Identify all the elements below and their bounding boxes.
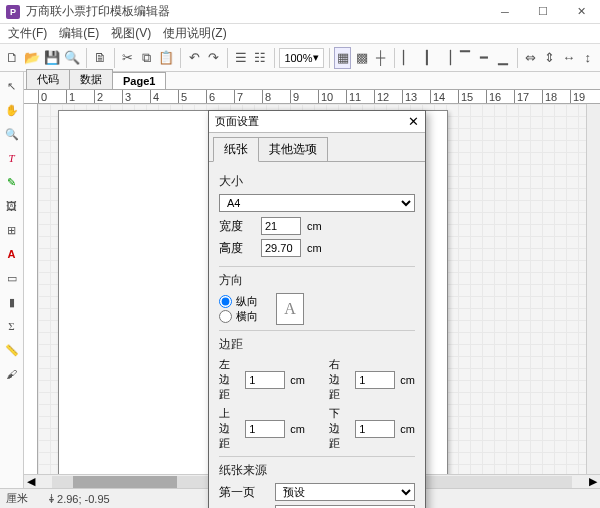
page-setup-button[interactable]: 🗎 [92, 47, 109, 69]
undo-button[interactable]: ↶ [186, 47, 203, 69]
first-page-select[interactable]: 预设 [275, 483, 415, 501]
menu-view[interactable]: 视图(V) [111, 25, 151, 42]
redo-button[interactable]: ↷ [205, 47, 222, 69]
subreport-tool[interactable]: ⊞ [2, 220, 22, 240]
margin-left-input[interactable] [245, 371, 285, 389]
tab-data[interactable]: 数据 [69, 69, 113, 89]
align-right-button[interactable]: ▕ [438, 47, 455, 69]
grid-button[interactable]: ▦ [334, 47, 351, 69]
zoom-combo[interactable]: 100%▾ [279, 48, 323, 68]
minimize-button[interactable]: ─ [486, 0, 524, 24]
char-tool[interactable]: A [2, 244, 22, 264]
ruler-tool[interactable]: 📏 [2, 340, 22, 360]
memo-tool[interactable]: ✎ [2, 172, 22, 192]
margin-bottom-input[interactable] [355, 420, 395, 438]
first-page-label: 第一页 [219, 484, 267, 501]
save-button[interactable]: 💾 [43, 47, 61, 69]
dialog-close-button[interactable]: ✕ [408, 114, 419, 129]
distribute-h-button[interactable]: ⇔ [522, 47, 539, 69]
close-button[interactable]: ✕ [562, 0, 600, 24]
dialog-tab-paper[interactable]: 纸张 [213, 137, 259, 162]
height-input[interactable] [261, 239, 301, 257]
guides-button[interactable]: ┼ [372, 47, 389, 69]
preview-button[interactable]: 🔍 [63, 47, 81, 69]
margin-right-input[interactable] [355, 371, 395, 389]
align-bottom-button[interactable]: ▁ [495, 47, 512, 69]
ruler-vertical [24, 104, 38, 474]
copy-button[interactable]: ⧉ [138, 47, 155, 69]
scrollbar-vertical[interactable] [586, 104, 600, 474]
size-group-title: 大小 [219, 173, 415, 190]
width-label: 宽度 [219, 218, 255, 235]
portrait-radio[interactable]: 纵向 [219, 294, 258, 309]
margin-top-input[interactable] [245, 420, 285, 438]
menu-help[interactable]: 使用说明(Z) [163, 25, 226, 42]
margin-group-title: 边距 [219, 336, 415, 353]
ungroup-button[interactable]: ☷ [252, 47, 269, 69]
page-setup-dialog: 页面设置 ✕ 纸张 其他选项 大小 A4 宽度 cm 高度 cm 方向 [208, 110, 426, 508]
align-middle-button[interactable]: ━ [476, 47, 493, 69]
align-left-button[interactable]: ▏ [400, 47, 417, 69]
dialog-title: 页面设置 [215, 114, 259, 129]
orientation-icon: A [276, 293, 304, 325]
distribute-v-button[interactable]: ⇕ [541, 47, 558, 69]
orient-group-title: 方向 [219, 272, 415, 289]
group-button[interactable]: ☰ [233, 47, 250, 69]
height-label: 高度 [219, 240, 255, 257]
window-title: 万商联小票打印模板编辑器 [26, 3, 170, 20]
open-button[interactable]: 📂 [23, 47, 41, 69]
tab-code[interactable]: 代码 [26, 69, 70, 89]
status-unit: 厘米 [6, 491, 28, 506]
width-input[interactable] [261, 217, 301, 235]
zoom-tool[interactable]: 🔍 [2, 124, 22, 144]
paste-button[interactable]: 📋 [157, 47, 175, 69]
app-icon: P [6, 5, 20, 19]
hand-tool[interactable]: ✋ [2, 100, 22, 120]
sigma-tool[interactable]: Σ [2, 316, 22, 336]
landscape-radio[interactable]: 横向 [219, 309, 258, 324]
image-tool[interactable]: 🖼 [2, 196, 22, 216]
same-width-button[interactable]: ↔ [560, 47, 577, 69]
status-position: ⸸ 2.96; -0.95 [48, 493, 110, 505]
maximize-button[interactable]: ☐ [524, 0, 562, 24]
same-height-button[interactable]: ↕ [579, 47, 596, 69]
paint-tool[interactable]: 🖌 [2, 364, 22, 384]
ruler-horizontal: 012345678910111213141516171819 [24, 90, 600, 104]
cut-button[interactable]: ✂ [119, 47, 136, 69]
text-tool[interactable]: T [2, 148, 22, 168]
dialog-tab-other[interactable]: 其他选项 [258, 137, 328, 162]
menu-edit[interactable]: 编辑(E) [59, 25, 99, 42]
line-tool[interactable]: ▭ [2, 268, 22, 288]
align-center-button[interactable]: ┃ [419, 47, 436, 69]
menu-file[interactable]: 文件(F) [8, 25, 47, 42]
new-button[interactable]: 🗋 [4, 47, 21, 69]
tab-page1[interactable]: Page1 [112, 72, 166, 89]
snap-button[interactable]: ▩ [353, 47, 370, 69]
select-tool[interactable]: ↖ [2, 76, 22, 96]
barcode-tool[interactable]: ▮ [2, 292, 22, 312]
source-group-title: 纸张来源 [219, 462, 415, 479]
align-top-button[interactable]: ▔ [457, 47, 474, 69]
paper-size-select[interactable]: A4 [219, 194, 415, 212]
